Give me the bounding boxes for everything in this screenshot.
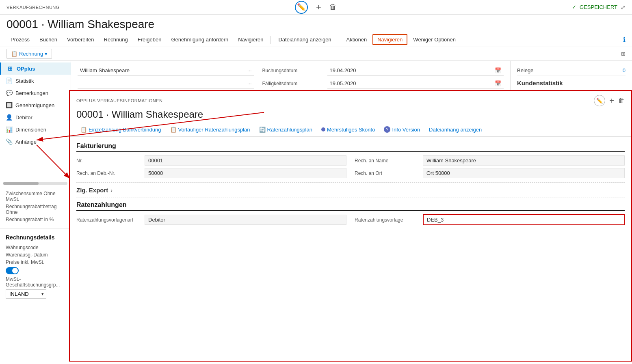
nav-vorbereiten[interactable]: Vorbereiten [63, 35, 98, 44]
rechnung-dropdown-button[interactable]: 📋 Rechnung ▾ [6, 49, 52, 59]
rech-an-ort-label: Rech. an Ort [355, 170, 420, 176]
nr-field-row: Nr. 00001 [76, 155, 346, 166]
opplus-modal: OPPLUS VERKAUFSINFORMATIONEN ✏️ + 🗑 0000… [69, 90, 632, 362]
page-title-area: 00001 · William Shakespeare [0, 15, 632, 32]
saved-label: GESPEICHERT [580, 4, 617, 10]
fakturierung-title: Fakturierung [76, 142, 625, 152]
sidebar-item-dimensionen[interactable]: 📊 Dimensionen [0, 123, 71, 136]
vorlaeufiger-icon: 📋 [170, 127, 177, 133]
nav-dateianhang[interactable]: Dateianhang anzeigen [274, 35, 335, 44]
chevron-down-icon: ▾ [45, 51, 48, 57]
tab-vorlaeufiger[interactable]: 📋 Vorläufiger Ratenzahlungsplan [166, 125, 254, 135]
sidebar-item-genehmigungen[interactable]: 🔲 Genehmigungen [0, 99, 71, 111]
nav-prozess[interactable]: Prozess [6, 35, 34, 44]
ratenzahlungsvorlagenart-label: Ratenzahlungsvorlagenart [76, 217, 141, 223]
inland-select[interactable]: INLAND [6, 289, 46, 299]
expand-icon[interactable]: ⤢ [621, 4, 626, 11]
check-icon: ✓ [572, 4, 576, 10]
rech-an-ort-value[interactable]: Ort 50000 [423, 168, 625, 178]
ratenzahlungsvorlage-value[interactable]: DEB_3 [423, 214, 625, 225]
info-icon[interactable]: ℹ [623, 36, 626, 43]
modal-header-actions: ✏️ + 🗑 [594, 95, 625, 106]
top-bar: VERKAUFSRECHNUNG ✏️ + 🗑 ✓ GESPEICHERT ⤢ [0, 0, 632, 15]
tab-mehrstufiges[interactable]: Mehrstufiges Skonto [317, 125, 379, 135]
tab-ratenzahlungsplan[interactable]: 🔄 Ratenzahlungsplan [255, 125, 316, 135]
sidebar-item-dimensionen-label: Dimensionen [15, 127, 46, 133]
buchungsdatum-value: 19.04.2020 [330, 67, 356, 73]
nav-rechnung[interactable]: Rechnung [100, 35, 132, 44]
calendar-icon: 📅 [495, 67, 501, 73]
modal-add-button[interactable]: + [609, 96, 614, 106]
nav-buchen[interactable]: Buchen [35, 35, 61, 44]
ratenzahlungen-fields: Ratenzahlungsvorlagenart Debitor Ratenza… [76, 214, 625, 225]
ratenzahlungen-title: Ratenzahlungen [76, 201, 625, 211]
delete-button[interactable]: 🗑 [329, 3, 337, 11]
ratenzahlungsvorlagenart-row: Ratenzahlungsvorlagenart Debitor [76, 214, 346, 225]
sidebar-item-anhaenge[interactable]: 📎 Anhänge [0, 136, 71, 148]
tab-einzelzahlung[interactable]: 📋 Einzelzahlung Bankverbindung [76, 125, 165, 135]
nav-menu: Prozess Buchen Vorbereiten Rechnung Frei… [0, 32, 632, 47]
nr-value[interactable]: 00001 [145, 155, 346, 166]
ratenzahlungsvorlagenart-value[interactable]: Debitor [145, 215, 346, 225]
top-bar-actions: ✏️ + 🗑 [295, 1, 337, 14]
preise-label: Preise inkl. MwSt. [6, 258, 65, 266]
preise-toggle[interactable] [6, 267, 19, 274]
modal-content: Fakturierung Nr. 00001 Rech. an Name Wil… [70, 137, 631, 361]
edit-icon-button[interactable]: ✏️ [295, 1, 308, 14]
fakturierung-fields: Nr. 00001 Rech. an Name William Shakespe… [76, 155, 625, 178]
sidebar-item-statistik-label: Statistik [15, 78, 34, 84]
sidebar-item-debitor[interactable]: 👤 Debitor [0, 111, 71, 123]
genehmigungen-icon: 🔲 [6, 102, 12, 108]
nr-label: Nr. [76, 158, 141, 164]
buchungsdatum-label: Buchungsdatum [262, 68, 298, 73]
nav-navigieren[interactable]: Navigieren [234, 35, 267, 44]
modal-title: 00001 · William Shakespeare [70, 106, 631, 123]
add-button[interactable]: + [316, 2, 321, 13]
buchungsdatum-input[interactable]: 19.04.2020 📅 [327, 66, 504, 75]
nav-genehmigung[interactable]: Genehmigung anfordern [167, 35, 232, 44]
sidebar-item-opplus[interactable]: ⊞ OPplus [0, 62, 71, 75]
expand-panel-icon[interactable]: ⊞ [621, 51, 626, 57]
second-customer-input[interactable]: ··· [78, 79, 254, 88]
modal-edit-button[interactable]: ✏️ [594, 95, 605, 106]
sidebar-item-bemerkungen[interactable]: 💬 Bemerkungen [0, 87, 71, 99]
rech-an-deb-label: Rech. an Deb.-Nr. [76, 170, 141, 176]
faelligkeitsdatum-input[interactable]: 19.05.2020 📅 [327, 79, 504, 88]
rech-an-ort-field-row: Rech. an Ort Ort 50000 [355, 168, 625, 178]
debitor-icon: 👤 [6, 114, 12, 121]
rech-an-deb-value[interactable]: 50000 [145, 168, 346, 178]
sidebar-rechnungsrabatt: Rechnungsrabattbetrag Ohne [6, 203, 65, 216]
nav-weniger[interactable]: Weniger Optionen [409, 35, 460, 44]
tab-info-version[interactable]: ? Info Version [380, 124, 424, 135]
kundenstatistik-title: Kundenstatistik [517, 80, 626, 86]
rechnung-label: Rechnung [19, 51, 43, 57]
zlg-export-arrow: › [110, 187, 113, 194]
sub-toolbar: 📋 Rechnung ▾ ⊞ [0, 47, 632, 61]
warenausg-label: Warenausg.-Datum [6, 251, 65, 258]
modal-delete-button[interactable]: 🗑 [618, 97, 625, 104]
nav-aktionen[interactable]: Aktionen [342, 35, 371, 44]
rechnung-icon: 📋 [11, 51, 17, 57]
ratenzahlungsplan-icon: 🔄 [259, 127, 266, 133]
modal-header: OPPLUS VERKAUFSINFORMATIONEN ✏️ + 🗑 [70, 91, 631, 106]
rech-an-name-label: Rech. an Name [355, 158, 420, 164]
sidebar-item-debitor-label: Debitor [15, 114, 32, 121]
faelligkeitsdatum-value: 19.05.2020 [330, 80, 356, 86]
rechnungsdetails-title: Rechnungsdetails [0, 230, 71, 242]
modal-header-title: OPPLUS VERKAUFSINFORMATIONEN [76, 98, 162, 103]
zlg-export-section[interactable]: Zlg. Export › [76, 182, 625, 198]
sidebar-item-anhaenge-label: Anhänge [15, 139, 37, 145]
belege-label: Belege [517, 67, 533, 73]
nav-navigieren-active[interactable]: Navigieren [372, 34, 407, 45]
nav-freigeben[interactable]: Freigeben [134, 35, 166, 44]
faelligkeitsdatum-calendar-icon: 📅 [495, 80, 501, 86]
bemerkungen-icon: 💬 [6, 90, 12, 96]
tab-dateianhang[interactable]: Dateianhang anzeigen [425, 125, 486, 135]
rech-an-name-value[interactable]: William Shakespeare [423, 155, 625, 166]
rech-an-deb-field-row: Rech. an Deb.-Nr. 50000 [76, 168, 346, 178]
second-dots-icon: ··· [247, 80, 252, 86]
sidebar-item-opplus-label: OPplus [17, 66, 35, 72]
sidebar-item-statistik[interactable]: 📄 Statistik [0, 75, 71, 87]
opplus-icon: ⊞ [7, 65, 13, 72]
customer-name-input[interactable]: William Shakespeare ··· [78, 66, 254, 75]
